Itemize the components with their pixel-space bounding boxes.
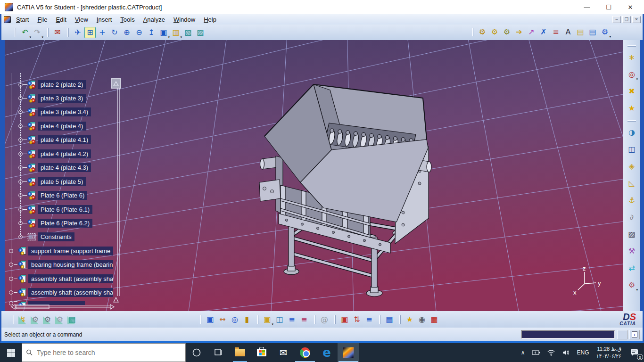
toolbar-handle[interactable] [399,315,401,324]
shaded-render-icon[interactable]: ◑ [626,127,637,138]
fly-mode-icon[interactable]: ✈ [72,27,83,38]
fix-anchor-icon[interactable]: ⚓ [626,195,637,206]
redo-icon[interactable]: ↷ [32,27,43,38]
toolbar-handle[interactable] [257,315,258,324]
toolbar-handle[interactable] [627,120,636,122]
tray-chevron[interactable]: ∧ [518,343,528,362]
listing-tree-icon[interactable]: ≡ [363,314,375,325]
menu-analyze[interactable]: Analyze [142,16,172,23]
zoom-in-icon[interactable]: ⊕ [121,27,132,38]
hide-show-icon[interactable]: ▧ [182,27,194,38]
menu-view[interactable]: View [74,16,95,23]
taskbar-edge[interactable]: e [316,343,338,362]
doc-import-icon[interactable]: ➔ [513,26,525,38]
distance-band-icon[interactable]: ▣ [205,314,216,325]
mdi-minimize-button[interactable]: – [612,16,621,23]
sectioning-box-icon[interactable]: ◫ [626,144,637,155]
apply-material-icon[interactable]: ★ [626,103,637,114]
battery-icon[interactable] [528,343,544,362]
search-input[interactable] [37,349,182,356]
clash-analysis-icon[interactable]: ◺ [626,178,637,189]
taskbar-search[interactable] [22,343,186,362]
taskbar-catia[interactable] [338,343,359,362]
paperclip-attach-icon[interactable]: ∂ [626,212,637,223]
attach-frame-icon[interactable]: ▤ [587,26,598,38]
catalog-gear-doc-icon[interactable]: ⚙ [489,26,500,38]
notifications-button[interactable]: ۵ [625,343,644,362]
close-button[interactable]: ✕ [619,0,641,14]
menu-edit[interactable]: Edit [54,16,73,23]
minimize-button[interactable]: — [576,0,598,14]
3d-viewport[interactable]: z y x plate 2 (plate 2)plate 3 (plate 3)… [5,40,623,311]
taskbar-chrome[interactable] [294,343,316,362]
normal-view-icon[interactable]: ↥ [146,27,157,38]
menu-insert[interactable]: Insert [95,16,119,23]
toolbar-handle[interactable] [200,315,201,324]
taskbar-mail[interactable]: ✉ [272,343,294,362]
measure-ruler-icon[interactable]: ↔ [217,314,228,325]
design-table-gear-icon[interactable]: ⚙ [501,26,512,38]
pan-icon[interactable]: + [97,27,108,38]
gear-count-icon[interactable]: ⚙ [599,26,611,38]
knowledge-gear-icon[interactable]: ⚙ [477,26,488,38]
toolbar-handle[interactable] [13,315,14,324]
toolbar-handle[interactable] [314,315,315,324]
zoom-out-icon[interactable]: ⊖ [133,27,145,38]
mdi-close-button[interactable]: ✕ [632,16,641,23]
toolbar-handle[interactable] [334,315,336,324]
tree-scrollbars[interactable] [5,40,128,311]
impact-analysis-icon[interactable]: ↯ [17,314,29,325]
iso-view-icon[interactable]: ▣ [158,27,169,38]
update-refresh-icon[interactable]: ⇄ [626,263,637,274]
measure-inertia-icon[interactable]: ▮ [241,314,253,325]
taskbar-file-explorer[interactable] [229,343,251,362]
undo-icon[interactable]: ↶ [19,27,31,38]
exploded-view-icon[interactable]: ◈ [626,161,637,172]
gear-upgrade-icon[interactable]: ⚙ [626,280,637,291]
tree-window-icon[interactable]: ▤ [575,26,586,38]
frame-title-block-icon[interactable]: A [562,26,574,38]
menu-start[interactable]: Start [15,16,36,23]
clipping-plane-icon[interactable]: ◫ [274,314,285,325]
toolbar-handle[interactable] [379,315,380,324]
snap-icon[interactable]: ◎ [626,69,637,80]
task-view-button[interactable] [207,343,229,362]
catalog-book-icon[interactable]: ▤ [384,314,395,325]
power-input[interactable] [521,330,615,339]
info-button[interactable]: i [629,330,640,339]
smart-move-icon[interactable]: ✖ [626,86,637,97]
render-style-icon[interactable]: ▥ [170,27,182,38]
tools-screwdriver-icon[interactable]: ⚒ [626,246,637,257]
wifi-icon[interactable] [544,343,559,362]
menu-tools[interactable]: Tools [119,16,141,23]
kinematics-x-icon[interactable]: ✗ [538,26,549,38]
rgb-cubes-icon[interactable]: ▦ [429,314,440,325]
manipulation-icon[interactable]: ∗ [626,52,637,63]
command-spacer-button[interactable] [617,330,627,339]
swirl-icon[interactable]: @ [319,314,330,325]
toolbar-handle[interactable] [67,28,69,37]
drafting-sheets-icon[interactable]: ▤ [66,314,78,325]
fit-all-in-icon[interactable]: ⊞ [84,27,96,38]
cortana-button[interactable] [186,343,207,362]
box-select-icon[interactable]: ▨ [626,229,637,240]
render-sphere-icon[interactable]: ◉ [416,314,428,325]
dmu-box-icon[interactable]: ▣ [262,314,273,325]
measure-item-icon[interactable]: ◎ [229,314,240,325]
update-cube-icon[interactable]: ▣ [339,314,350,325]
toolbar-handle[interactable] [15,28,16,37]
toolbar-handle[interactable] [47,28,49,37]
start-button[interactable] [0,343,22,362]
gear-pair-icon[interactable]: ⚙ [42,314,53,325]
send-to-icon[interactable]: ✉ [52,27,63,38]
volume-icon[interactable] [559,343,574,362]
material-star-icon[interactable]: ★ [404,314,415,325]
menu-file[interactable]: File [36,16,54,23]
swap-visible-space-icon[interactable]: ▨ [195,27,206,38]
toolbar-handle[interactable] [472,28,473,36]
machining-gear-icon[interactable]: ⚙ [54,314,66,325]
menu-help[interactable]: Help [202,16,223,23]
gear-single-icon[interactable]: ⚙ [30,314,41,325]
structure-list-icon[interactable]: ≡ [550,26,561,38]
mdi-restore-button[interactable]: ❐ [622,16,631,23]
